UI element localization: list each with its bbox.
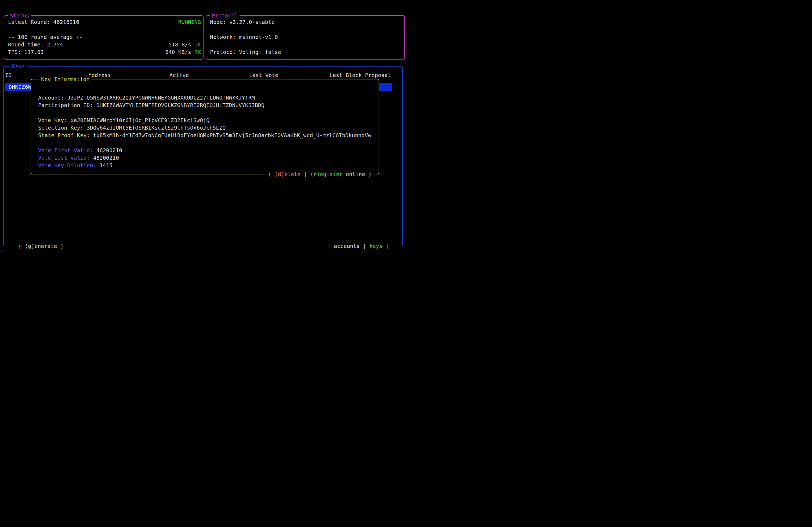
status-row-round-time: Round time: 2.75s 518 B/s TX [8, 41, 201, 48]
tab-keys[interactable]: keys [369, 243, 382, 249]
vote-last-valid-row: Vote Last Valid: 48200210 [38, 154, 378, 162]
column-header-address: Address [88, 71, 111, 79]
column-header-last-vote: Last Vote [249, 71, 278, 79]
status-panel-title: Status [8, 12, 31, 19]
register-online-action[interactable]: (r)egister [310, 171, 342, 177]
protocol-voting-row: Protocol Voting: false [210, 48, 402, 56]
register-online-suffix: online [346, 171, 365, 177]
dialog-blank-row-2 [38, 139, 378, 147]
network-row: Network: mainnet-v1.0 [210, 33, 402, 41]
node-state-badge: RUNNING [178, 18, 201, 26]
key-information-title: Key Information [39, 75, 91, 83]
account-row: Account: J3JPZTQ5NSW3TARRC2QIYPGNWNH6NEY… [38, 94, 378, 102]
generate-action[interactable]: ( (g)enerate ) [17, 242, 65, 250]
status-row-tps: TPS: 117.03 640 KB/s RX [8, 48, 201, 56]
vote-key-row: Vote Key: xeJ0ENIACWNrpYi0r6IjOc_PlcVCE9… [38, 117, 378, 124]
row-underline-artifact [5, 91, 31, 91]
vote-key-dilution-row: Vote Key Dilution: 1415 [38, 162, 378, 169]
dialog-blank-row-1 [38, 109, 378, 117]
protocol-blank-row-2 [210, 41, 402, 48]
dialog-actions: ( (d)elete | (r)egister online ) [266, 170, 374, 178]
key-information-content: Account: J3JPZTQ5NSW3TARRC2QIYPGNWNH6NEY… [38, 94, 378, 169]
rx-rate: 640 KB/s RX [165, 48, 201, 56]
state-proof-key-row: State Proof Key: tx85kM1h-dY1Fd7w7oNCgFU… [38, 132, 378, 139]
selection-key-row: Selection Key: 3DQw64zdIUMt5EfOSRBIKsczl… [38, 124, 378, 132]
vote-first-valid-row: Vote First Valid: 46200210 [38, 147, 378, 154]
border-corner-artifact [1, 248, 3, 252]
terminal-screen: Status Latest Round: 46216216 RUNNING --… [0, 0, 406, 264]
round-time: Round time: 2.75s [8, 41, 63, 48]
protocol-blank-row-1 [210, 26, 402, 33]
keys-panel-title: Keys [10, 62, 27, 70]
status-panel: Status Latest Round: 46216216 RUNNING --… [4, 15, 204, 60]
tx-rate: 518 B/s TX [169, 41, 201, 48]
column-header-active: Active [170, 71, 189, 79]
status-row-latest-round: Latest Round: 46216216 RUNNING [8, 18, 201, 26]
tab-divider: | [327, 243, 331, 249]
column-header-last-block-proposal: Last Block Proposal [330, 71, 391, 79]
status-blank-row [8, 26, 201, 33]
key-information-dialog: Key Information Account: J3JPZTQ5NSW3TAR… [31, 79, 379, 175]
key-row-id: DHKIZ6W [9, 83, 31, 91]
delete-action[interactable]: (d)elete [275, 171, 301, 177]
round-average-header: -- 100 round average -- [8, 33, 201, 41]
tab-accounts[interactable]: accounts [334, 243, 360, 249]
protocol-panel: Protocol Node: v3.27.0-stable Network: m… [206, 15, 405, 60]
node-version-row: Node: v3.27.0-stable [210, 18, 402, 26]
actions-divider: | [304, 171, 307, 177]
participation-id-row: Participation ID: DHKIZ6WAVTYLIIPNFPEOVG… [38, 102, 378, 109]
tab-divider: | [386, 243, 389, 249]
column-header-id: ID [5, 71, 12, 79]
actions-open-paren: ( [268, 171, 272, 177]
actions-close-paren: ) [368, 171, 372, 177]
keys-panel: Keys ID Address Active Last Vote Last Bl… [3, 66, 403, 246]
tab-bar: | accounts | keys | [326, 242, 390, 250]
latest-round: Latest Round: 46216216 [8, 18, 79, 26]
tab-divider: | [363, 243, 366, 249]
protocol-panel-title: Protocol [210, 12, 240, 19]
tps: TPS: 117.03 [8, 48, 44, 56]
